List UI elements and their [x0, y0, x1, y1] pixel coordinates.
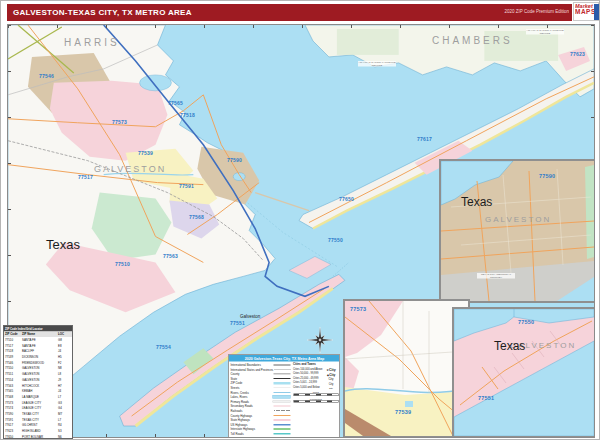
- inset-galveston-zip-bottom: 77551: [478, 395, 494, 401]
- inset-texas-city-note: TEXAS CITY INDUSTRIAL COMPLEX: [477, 273, 515, 284]
- refuge-label-1: ANAHUAC NATIONAL WILDLIFE REFUGE: [358, 61, 396, 72]
- inset-league-city-zip-top: 77573: [350, 306, 366, 312]
- inset-texas-city: 77590 Texas GALVESTON TEXAS CITY INDUSTR…: [439, 159, 595, 303]
- swatch-county-highways: [274, 415, 291, 416]
- swatch-rivers-creeks: [274, 392, 291, 393]
- state-label-texas: Texas: [46, 237, 80, 252]
- zip-label-77518: 77518: [180, 112, 195, 118]
- county-label-chambers: CHAMBERS: [432, 35, 513, 46]
- logo-accent-block: [594, 4, 600, 20]
- zip-label-77510: 77510: [115, 261, 130, 267]
- swatch-interstate-highways: [274, 428, 291, 430]
- county-label-galveston: GALVESTON: [94, 164, 166, 174]
- inset-league-city: 77573 77539: [343, 299, 470, 438]
- title-banner: GALVESTON-TEXAS CITY, TX METRO AREA 2020…: [7, 4, 572, 21]
- swatch-secondary-roads: [274, 406, 291, 407]
- zip-label-77517: 77517: [78, 174, 93, 180]
- swatch-primary-roads: [273, 401, 291, 403]
- county-label-harris: HARRIS: [64, 37, 120, 48]
- zip-index-table: ZIP Code Index/Grid Locator ZIP CodeZIP …: [3, 325, 73, 439]
- compass-rose-icon: [307, 327, 333, 353]
- swatch-zip-code: [274, 382, 291, 385]
- scale-miles-bar: [293, 394, 338, 397]
- refuge-label-2: ANAHUAC NATIONAL WILDLIFE REFUGE: [526, 29, 564, 40]
- swatch-railroads: [274, 410, 291, 411]
- swatch-state: [274, 378, 291, 379]
- map-title: GALVESTON-TEXAS CITY, TX METRO AREA: [13, 8, 192, 17]
- inset-texas-city-zip: 77590: [539, 173, 555, 179]
- swatch-streets: [274, 388, 291, 389]
- swatch-state-highways: [274, 419, 291, 420]
- zip-label-77623: 77623: [570, 51, 585, 57]
- inset-galveston-state: Texas: [494, 339, 525, 353]
- zip-label-77551: 77551: [230, 320, 245, 326]
- zip-label-77650: 77650: [339, 196, 354, 202]
- inset-galveston-island: GALVESTON Texas 77550 77551: [452, 307, 595, 438]
- table-row: 77650PORT BOLIVARN6: [4, 434, 73, 439]
- zip-label-77546: 77546: [39, 73, 54, 79]
- swatch-international-boundaries: [274, 364, 291, 365]
- swatch-lakes-rivers: [273, 395, 291, 399]
- inset-league-city-zip-bottom: 77539: [395, 409, 411, 415]
- inset-texas-city-artwork: [441, 161, 594, 301]
- zip-label-77591: 77591: [179, 183, 194, 189]
- inset-texas-city-state: Texas: [461, 195, 492, 209]
- zip-label-77568: 77568: [189, 214, 204, 220]
- swatch-states-provinces: [274, 369, 291, 370]
- zip-label-77565: 77565: [168, 100, 183, 106]
- legend-city-class: Cities 5,000 and Below City: [293, 384, 339, 389]
- swatch-county: [274, 373, 291, 375]
- legend-boundary-list: International Boundaries International S…: [231, 363, 291, 437]
- legend-cities-column: Cities and Towns Cities 100,000 and Abov…: [291, 363, 339, 437]
- scale-bars: Miles Kilometers: [293, 391, 339, 403]
- zip-label-77573: 77573: [112, 119, 127, 125]
- legend: 2020 Galveston-Texas City, TX Metro Area…: [228, 354, 340, 438]
- swatch-us-highways: [274, 424, 291, 426]
- map-grid-ticks-top: [8, 25, 594, 28]
- publisher-logo: Market MAPS: [573, 2, 599, 21]
- inset-league-city-artwork: [345, 301, 468, 436]
- legend-title: 2020 Galveston-Texas City, TX Metro Area…: [229, 355, 340, 362]
- swatch-toll-roads: [274, 433, 291, 435]
- zip-label-77563: 77563: [163, 253, 178, 259]
- map-sheet: GALVESTON-TEXAS CITY, TX METRO AREA 2020…: [0, 0, 600, 440]
- zip-label-77554: 77554: [156, 344, 171, 350]
- zip-label-77617: 77617: [417, 136, 432, 142]
- scale-km-bar: [293, 400, 338, 403]
- map-canvas: HARRIS CHAMBERS GALVESTON Texas Galvesto…: [7, 24, 595, 438]
- zip-label-77539: 77539: [138, 150, 153, 156]
- inset-texas-city-county: GALVESTON: [485, 215, 551, 224]
- zip-label-77550: 77550: [328, 237, 343, 243]
- edition-wrap: 2020 ZIP Code Premium Edition: [449, 9, 569, 19]
- publisher-logo-text: Market MAPS: [575, 3, 600, 22]
- inset-galveston-zip-top: 77550: [518, 319, 534, 325]
- city-label-galveston: Galveston: [240, 314, 260, 319]
- legend-item: Toll Roads: [231, 431, 291, 436]
- zip-label-77590: 77590: [227, 157, 242, 163]
- inset-galveston-island-artwork: [454, 309, 594, 436]
- edition-label: 2020 ZIP Code Premium Edition: [449, 9, 569, 14]
